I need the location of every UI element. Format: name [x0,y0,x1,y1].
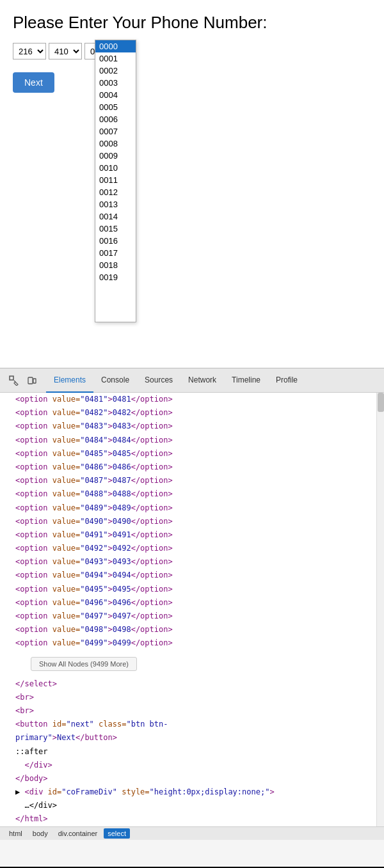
dropdown-item-0014[interactable]: 0014 [95,210,136,223]
dropdown-item-0013[interactable]: 0013 [95,198,136,210]
code-coframediv: ▶ <div id="coFrameDiv" style="height:0px… [0,785,384,799]
dropdown-item-0016[interactable]: 0016 [95,235,136,247]
code-line-0484: <option value="0484">0484</option> [0,434,384,447]
code-line-0487: <option value="0487">0487</option> [0,474,384,487]
code-line-0490: <option value="0490">0490</option> [0,515,384,528]
dropdown-item-0008[interactable]: 0008 [95,138,136,150]
device-mode-icon[interactable] [23,372,41,390]
dropdown-open: 0000 0001 0002 0003 0004 0005 0006 0007 … [95,40,136,322]
code-line-0488: <option value="0488">0488</option> [0,487,384,501]
code-line-0482: <option value="0482">0482</option> [0,406,384,420]
code-close-body: </body> [0,772,384,785]
dropdown-item-0003[interactable]: 0003 [95,77,136,89]
controls-row: 216 410 0000 ▾ 0000 0001 0002 0003 0004 … [13,43,371,59]
code-line-0497: <option value="0497">0497</option> [0,610,384,623]
dropdown-item-0012[interactable]: 0012 [95,186,136,198]
dropdown-item-0006[interactable]: 0006 [95,113,136,125]
code-br-2: <br> [0,704,384,718]
dropdown-item-0007[interactable]: 0007 [95,125,136,138]
dropdown-item-0017[interactable]: 0017 [95,247,136,259]
code-line-0489: <option value="0489">0489</option> [0,501,384,515]
phone-section: Please Enter Your Phone Number: 216 410 … [0,0,384,368]
devtools-tabs-bar: Elements Console Sources Network Timelin… [0,368,384,393]
code-close-div: </div> [0,759,384,772]
dropdown-item-0002[interactable]: 0002 [95,65,136,77]
code-line-0492: <option value="0492">0492</option> [0,542,384,555]
code-button: <button id="next" class="btn btn- [0,718,384,731]
dropdown-item-0001[interactable]: 0001 [95,52,136,65]
dropdown-item-0005[interactable]: 0005 [95,101,136,113]
code-close-html: </html> [0,812,384,826]
code-after: ::after [0,745,384,759]
code-br-1: <br> [0,691,384,704]
devtools-breadcrumb-bar: html body div.container select [0,826,384,840]
tab-profiles[interactable]: Profile [268,368,305,393]
dropdown-item-0015[interactable]: 0015 [95,223,136,235]
code-close-select: </select> [0,677,384,691]
devtools-code-panel: <option value="0481">0481</option> <opti… [0,393,384,826]
dropdown-item-0011[interactable]: 0011 [95,174,136,186]
code-ellipsis: …</div> [0,799,384,812]
code-line-0486: <option value="0486">0486</option> [0,461,384,474]
code-line-0499: <option value="0499">0499</option> [0,636,384,650]
dropdown-item-0019[interactable]: 0019 [95,271,136,283]
show-all-container: Show All Nodes (9499 More) [0,651,384,677]
dropdown-item-0018[interactable]: 0018 [95,259,136,271]
show-all-nodes-button[interactable]: Show All Nodes (9499 More) [31,657,137,671]
svg-rect-0 [10,376,13,380]
code-line-0481: <option value="0481">0481</option> [0,393,384,406]
dropdown-item-0010[interactable]: 0010 [95,162,136,174]
tab-timeline[interactable]: Timeline [224,368,268,393]
dropdown-item-0004[interactable]: 0004 [95,89,136,101]
inspect-element-icon[interactable] [5,372,23,390]
tab-network[interactable]: Network [180,368,224,393]
code-button-cont: primary">Next</button> [0,731,384,745]
next-button[interactable]: Next [13,72,54,93]
dropdown-item-0000[interactable]: 0000 [95,40,136,52]
dropdown-list[interactable]: 0000 0001 0002 0003 0004 0005 0006 0007 … [95,40,136,322]
scrollbar-track[interactable] [376,393,384,826]
dropdown-item-0009[interactable]: 0009 [95,150,136,162]
area-code-select[interactable]: 216 [13,43,46,59]
tab-console[interactable]: Console [93,368,137,393]
devtools-panel: Elements Console Sources Network Timelin… [0,368,384,867]
tab-elements[interactable]: Elements [46,368,93,393]
svg-rect-1 [28,377,33,384]
code-line-0495: <option value="0495">0495</option> [0,583,384,596]
breadcrumb-html[interactable]: html [5,828,26,839]
code-line-0494: <option value="0494">0494</option> [0,569,384,582]
code-line-0485: <option value="0485">0485</option> [0,447,384,461]
scrollbar-thumb[interactable] [378,393,384,412]
breadcrumb-select[interactable]: select [104,828,130,839]
page-title: Please Enter Your Phone Number: [13,13,371,33]
code-line-0496: <option value="0496">0496</option> [0,596,384,610]
breadcrumb-div-container[interactable]: div.container [54,828,102,839]
tab-sources[interactable]: Sources [137,368,180,393]
code-line-0483: <option value="0483">0483</option> [0,420,384,433]
code-line-0491: <option value="0491">0491</option> [0,528,384,542]
code-line-0493: <option value="0493">0493</option> [0,555,384,569]
exchange-select[interactable]: 410 [49,43,82,59]
svg-rect-2 [33,379,36,383]
code-line-0498: <option value="0498">0498</option> [0,623,384,636]
breadcrumb-body[interactable]: body [29,828,52,839]
